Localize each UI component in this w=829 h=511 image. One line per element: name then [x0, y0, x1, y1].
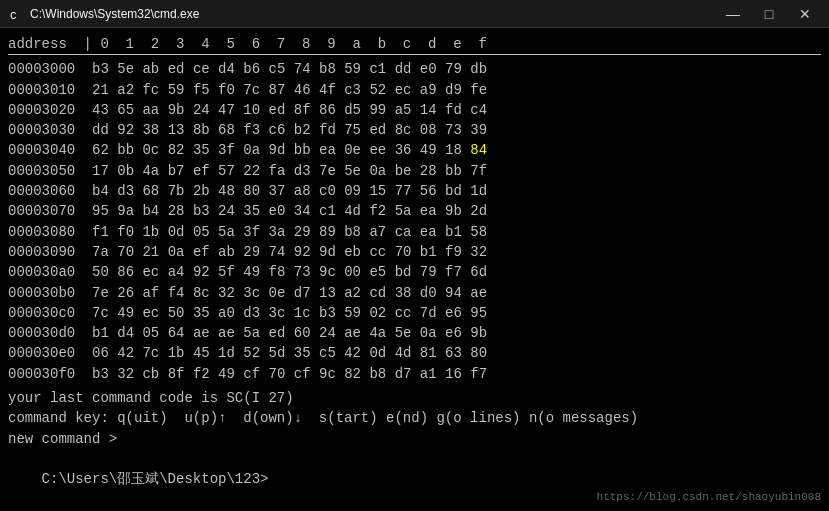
hex-byte: 84: [470, 142, 487, 158]
hex-byte: ea: [420, 203, 445, 219]
hex-byte: 79: [445, 61, 470, 77]
hex-byte: 5a: [218, 224, 243, 240]
hex-byte: 5d: [269, 345, 294, 361]
hex-byte: c5: [319, 345, 344, 361]
table-row: 00003030 dd 92 38 13 8b 68 f3 c6 b2 fd 7…: [8, 120, 821, 140]
hex-byte: f8: [269, 264, 294, 280]
hex-byte: c3: [344, 82, 369, 98]
hex-byte: ed: [168, 61, 193, 77]
hex-byte: 22: [243, 163, 268, 179]
hex-byte: fe: [470, 82, 487, 98]
hex-byte: d3: [117, 183, 142, 199]
hex-byte: 68: [218, 122, 243, 138]
hex-rows: 00003000 b3 5e ab ed ce d4 b6 c5 74 b8 5…: [8, 59, 821, 384]
hex-byte: 24: [218, 203, 243, 219]
hex-byte: ef: [193, 163, 218, 179]
hex-byte: f3: [243, 122, 268, 138]
hex-byte: e5: [369, 264, 394, 280]
hex-byte: 95: [92, 203, 117, 219]
hex-byte: 52: [243, 345, 268, 361]
hex-byte: b8: [344, 224, 369, 240]
hex-byte: 0a: [420, 325, 445, 341]
hex-byte: b1: [92, 325, 117, 341]
hex-byte: 0b: [117, 163, 142, 179]
hex-byte: 68: [142, 183, 167, 199]
hex-byte: 1b: [142, 224, 167, 240]
hex-byte: d4: [117, 325, 142, 341]
hex-byte: 80: [470, 345, 487, 361]
hex-byte: f4: [168, 285, 193, 301]
hex-byte: 7c: [92, 305, 117, 321]
hex-byte: 75: [344, 122, 369, 138]
hex-byte: dd: [395, 61, 420, 77]
table-row: 00003050 17 0b 4a b7 ef 57 22 fa d3 7e 5…: [8, 161, 821, 181]
hex-byte: c1: [369, 61, 394, 77]
minimize-button[interactable]: —: [717, 4, 749, 24]
hex-byte: 39: [470, 122, 487, 138]
hex-byte: bd: [395, 264, 420, 280]
hex-byte: 17: [92, 163, 117, 179]
hex-byte: ab: [142, 61, 167, 77]
hex-byte: eb: [344, 244, 369, 260]
hex-byte: 9d: [319, 244, 344, 260]
hex-byte: 62: [92, 142, 117, 158]
hex-byte: 5e: [117, 61, 142, 77]
hex-byte: ed: [269, 325, 294, 341]
watermark: https://blog.csdn.net/shaoyubin008: [597, 490, 821, 506]
command-key-line: command key: q(uit) u(p)↑ d(own)↓ s(tart…: [8, 408, 821, 428]
hex-byte: ec: [395, 82, 420, 98]
hex-byte: 32: [470, 244, 487, 260]
close-button[interactable]: ✕: [789, 4, 821, 24]
hex-byte: f7: [470, 366, 487, 382]
hex-byte: 74: [294, 61, 319, 77]
hex-byte: 99: [369, 102, 394, 118]
hex-byte: cc: [369, 244, 394, 260]
hex-byte: 79: [420, 264, 445, 280]
hex-byte: 42: [344, 345, 369, 361]
hex-byte: f9: [445, 244, 470, 260]
hex-byte: f1: [92, 224, 117, 240]
hex-byte: ea: [420, 224, 445, 240]
hex-byte: 5a: [395, 203, 420, 219]
hex-byte: 29: [294, 224, 319, 240]
terminal-window[interactable]: address | 0 1 2 3 4 5 6 7 8 9 a b c d e …: [0, 28, 829, 511]
hex-byte: f5: [193, 82, 218, 98]
hex-byte: 7b: [168, 183, 193, 199]
hex-byte: 9b: [445, 203, 470, 219]
title-bar-left: C C:\Windows\System32\cmd.exe: [8, 6, 199, 22]
hex-byte: f2: [193, 366, 218, 382]
hex-byte: 8c: [395, 122, 420, 138]
hex-byte: 8b: [193, 122, 218, 138]
hex-byte: b6: [243, 61, 268, 77]
hex-byte: b8: [369, 366, 394, 382]
hex-byte: 63: [445, 345, 470, 361]
hex-byte: ae: [218, 325, 243, 341]
hex-byte: af: [142, 285, 167, 301]
hex-byte: 24: [319, 325, 344, 341]
table-row: 00003020 43 65 aa 9b 24 47 10 ed 8f 86 d…: [8, 100, 821, 120]
maximize-button[interactable]: □: [753, 4, 785, 24]
hex-byte: 08: [420, 122, 445, 138]
hex-byte: ca: [395, 224, 420, 240]
hex-byte: 4d: [344, 203, 369, 219]
hex-byte: ef: [193, 244, 218, 260]
hex-byte: cb: [142, 366, 167, 382]
hex-byte: e0: [269, 203, 294, 219]
hex-byte: 8c: [193, 285, 218, 301]
hex-byte: b3: [92, 366, 117, 382]
hex-byte: 59: [168, 82, 193, 98]
hex-byte: 4a: [142, 163, 167, 179]
hex-byte: c4: [470, 102, 487, 118]
hex-byte: 47: [218, 102, 243, 118]
hex-byte: cd: [369, 285, 394, 301]
hex-byte: cf: [243, 366, 268, 382]
hex-byte: 6d: [470, 264, 487, 280]
hex-byte: d3: [243, 305, 268, 321]
hex-byte: 43: [92, 102, 117, 118]
hex-byte: 5a: [243, 325, 268, 341]
hex-byte: fa: [269, 163, 294, 179]
hex-byte: 38: [395, 285, 420, 301]
svg-text:C: C: [10, 10, 17, 22]
prompt-line: C:\Users\邵玉斌\Desktop\123> https://blog.c…: [8, 449, 821, 511]
hex-byte: 8f: [168, 366, 193, 382]
